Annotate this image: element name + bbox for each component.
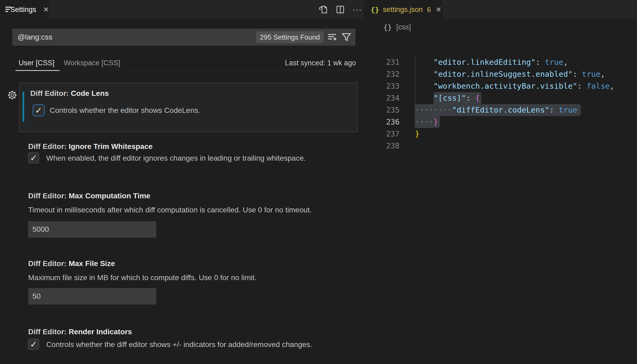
code-token: "[css]" bbox=[434, 93, 466, 102]
code-token: , bbox=[563, 58, 568, 67]
code-token: } bbox=[415, 129, 419, 138]
checkbox-render-indicators[interactable]: ✓ bbox=[28, 339, 39, 350]
code-token: : bbox=[549, 105, 559, 114]
setting-label: Max File Size bbox=[69, 259, 115, 268]
setting-description: Maximum file size in MB for which to com… bbox=[28, 273, 257, 282]
checkbox-ignore-trim-whitespace[interactable]: ✓ bbox=[28, 152, 39, 163]
setting-title: Diff Editor: Code Lens bbox=[30, 89, 109, 98]
setting-description: Controls whether the diff editor shows +… bbox=[46, 340, 312, 349]
setting-title: Diff Editor: Max Computation Time bbox=[28, 192, 150, 200]
line-number: 232 bbox=[363, 68, 400, 80]
setting-title: Diff Editor: Ignore Trim Whitespace bbox=[28, 142, 152, 151]
filter-icon[interactable] bbox=[341, 31, 352, 43]
line-number: 233 bbox=[363, 80, 400, 92]
code-line: 234 "[css]": { bbox=[363, 92, 637, 104]
code-line: 235········"diffEditor.codeLens": true bbox=[363, 104, 637, 116]
setting-category: Diff Editor: bbox=[30, 89, 71, 97]
code-token bbox=[415, 70, 434, 79]
max-file-size-input[interactable] bbox=[28, 288, 156, 305]
code-line: 233 "workbench.activityBar.visible": fal… bbox=[363, 80, 637, 92]
code-token: { bbox=[475, 93, 480, 102]
setting-label: Max Computation Time bbox=[69, 192, 150, 200]
setting-description: Controls whether the editor shows CodeLe… bbox=[50, 106, 200, 115]
tab-workspace-css[interactable]: Workspace [CSS] bbox=[64, 59, 120, 67]
clear-filters-icon[interactable] bbox=[326, 31, 338, 43]
results-count-badge: 295 Settings Found bbox=[256, 31, 324, 43]
code-token: : bbox=[573, 70, 582, 79]
line-number: 238 bbox=[363, 140, 400, 152]
json-editor-panel: {} [css] ,231 "editor.linkedEditing": tr… bbox=[363, 19, 637, 364]
code-token: ···· bbox=[415, 117, 434, 126]
setting-label: Ignore Trim Whitespace bbox=[69, 142, 152, 151]
line-number: 235 bbox=[363, 104, 400, 116]
settings-editor-icon bbox=[5, 6, 7, 13]
code-token bbox=[415, 58, 434, 67]
more-actions-icon[interactable]: ··· bbox=[352, 4, 363, 15]
setting-title: Diff Editor: Max File Size bbox=[28, 259, 115, 268]
line-number: 236 bbox=[363, 116, 400, 128]
code-line: , bbox=[363, 54, 637, 56]
code-token: } bbox=[434, 117, 438, 126]
breadcrumb-symbol-icon[interactable]: {} bbox=[383, 23, 392, 31]
line-number: 237 bbox=[363, 128, 400, 140]
code-token: "editor.inlineSuggest.enabled" bbox=[434, 70, 573, 79]
open-settings-json-icon[interactable] bbox=[318, 4, 329, 15]
setting-label: Render Indicators bbox=[69, 328, 132, 336]
split-editor-icon[interactable] bbox=[335, 4, 346, 15]
code-token bbox=[415, 93, 434, 102]
code-line: 231 "editor.linkedEditing": true, bbox=[363, 56, 637, 68]
tab-user-css[interactable]: User [CSS] bbox=[19, 59, 54, 67]
breadcrumb-css-item[interactable]: [css] bbox=[396, 23, 411, 31]
vscode-window: Settings ✕ ··· {} settings.json 6 ✕ bbox=[0, 0, 637, 364]
code-token bbox=[415, 82, 434, 91]
tab-settings-json[interactable]: {} settings.json 6 ✕ bbox=[364, 0, 442, 19]
editor-actions: ··· bbox=[313, 0, 363, 19]
code-token: "editor.linkedEditing" bbox=[434, 58, 536, 67]
code-editor[interactable]: ,231 "editor.linkedEditing": true,232 "e… bbox=[363, 54, 637, 364]
check-icon: ✓ bbox=[30, 154, 37, 162]
breadcrumb: {} [css] bbox=[363, 19, 637, 35]
code-line: 232 "editor.inlineSuggest.enabled": true… bbox=[363, 68, 637, 80]
check-icon: ✓ bbox=[35, 106, 42, 115]
code-line: 237} bbox=[363, 128, 637, 140]
tab-json-label: settings.json bbox=[383, 6, 423, 14]
settings-editor-panel: 295 Settings Found User [CSS] Workspace … bbox=[0, 19, 372, 364]
code-token: : bbox=[536, 58, 545, 67]
code-line: 238 bbox=[363, 140, 637, 152]
code-token bbox=[415, 54, 582, 55]
setting-category: Diff Editor: bbox=[28, 328, 69, 336]
code-token: true bbox=[582, 70, 601, 79]
code-token: , bbox=[610, 82, 614, 91]
json-file-icon: {} bbox=[371, 6, 379, 14]
settings-search-input[interactable] bbox=[17, 33, 256, 42]
code-token: : bbox=[577, 82, 587, 91]
gear-icon[interactable] bbox=[7, 90, 18, 100]
checkbox-codelens[interactable]: ✓ bbox=[33, 104, 45, 116]
code-token: true bbox=[559, 105, 577, 114]
code-token: ········ bbox=[415, 105, 452, 114]
line-number: 234 bbox=[363, 92, 400, 104]
problems-badge: 6 bbox=[427, 6, 431, 14]
code-token: "diffEditor.codeLens" bbox=[452, 105, 550, 114]
scope-divider bbox=[8, 71, 365, 71]
code-token: true bbox=[545, 58, 563, 67]
setting-title: Diff Editor: Render Indicators bbox=[28, 328, 132, 336]
setting-category: Diff Editor: bbox=[28, 259, 69, 268]
editor-tab-bar: Settings ✕ ··· {} settings.json 6 ✕ bbox=[0, 0, 637, 19]
setting-description: Timeout in milliseconds after which diff… bbox=[28, 206, 312, 214]
max-computation-time-input[interactable] bbox=[28, 221, 156, 238]
code-line: 236····} bbox=[363, 116, 637, 128]
setting-description: When enabled, the diff editor ignores ch… bbox=[46, 154, 306, 162]
close-icon[interactable]: ✕ bbox=[436, 6, 441, 14]
tab-settings[interactable]: Settings ✕ bbox=[0, 0, 49, 19]
active-scope-underline bbox=[15, 70, 60, 71]
code-token: , bbox=[600, 70, 605, 79]
setting-category: Diff Editor: bbox=[28, 142, 69, 151]
code-token: false bbox=[587, 82, 610, 91]
code-token: "workbench.activityBar.visible" bbox=[434, 82, 577, 91]
line-number: 231 bbox=[363, 56, 400, 68]
settings-search-bar: 295 Settings Found bbox=[12, 29, 355, 46]
check-icon: ✓ bbox=[30, 340, 37, 349]
close-icon[interactable]: ✕ bbox=[43, 6, 49, 14]
code-token: , bbox=[582, 54, 587, 55]
